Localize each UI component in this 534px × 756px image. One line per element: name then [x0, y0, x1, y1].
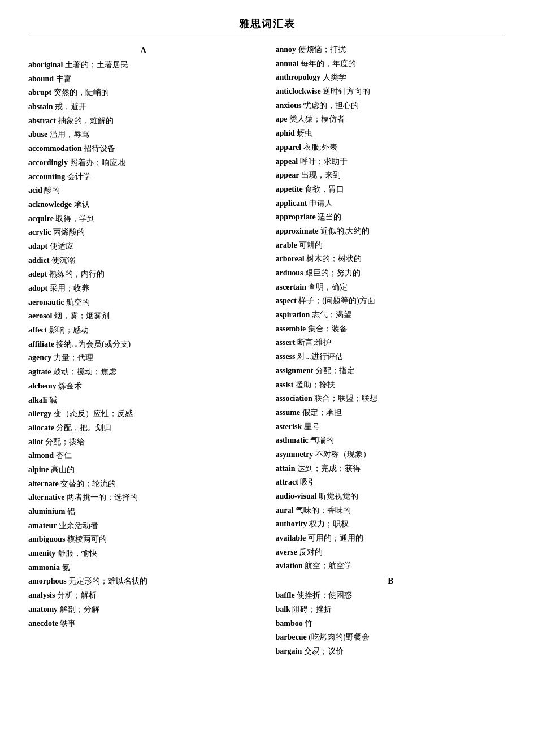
list-item: aerosol 烟，雾；烟雾剂 — [28, 310, 259, 322]
list-item: appropriate 适当的 — [276, 211, 506, 223]
list-item: anatomy 解剖；分解 — [28, 603, 259, 616]
list-item: anxious 忧虑的，担心的 — [276, 100, 506, 112]
list-item: arboreal 树木的；树状的 — [276, 253, 506, 265]
list-item: accordingly 照着办；响应地 — [28, 157, 259, 169]
list-item: aspect 样子；(问题等的)方面 — [276, 295, 506, 307]
list-item: anthropology 人类学 — [276, 71, 506, 84]
list-item: available 可用的；通用的 — [276, 532, 506, 545]
list-item: attract 吸引 — [276, 476, 506, 489]
list-item: anticlockwise 逆时针方向的 — [276, 85, 506, 98]
list-item: abstain 戒，避开 — [28, 101, 259, 113]
list-item: abrupt 突然的，陡峭的 — [28, 87, 259, 99]
list-item: allocate 分配，把。划归 — [28, 422, 259, 434]
list-item: aeronautic 航空的 — [28, 296, 259, 309]
list-item: amorphous 无定形的；难以名状的 — [28, 575, 259, 587]
list-item: almond 杏仁 — [28, 450, 259, 462]
list-item: appetite 食欲，胃口 — [276, 183, 506, 196]
list-item: assert 断言;维护 — [276, 336, 506, 349]
list-item: alternative 两者挑一的；选择的 — [28, 491, 259, 504]
list-item: attain 达到；完成；获得 — [276, 463, 506, 475]
list-item: allergy 变（态反）应性；反感 — [28, 408, 259, 420]
list-item: acknowledge 承认 — [28, 198, 259, 211]
section-b-label: B — [276, 576, 506, 586]
list-item: alternate 交替的；轮流的 — [28, 478, 259, 490]
main-content: A aboriginal 土著的；土著居民abound 丰富abrupt 突然的… — [28, 44, 506, 658]
list-item: ape 类人猿；模仿者 — [276, 113, 506, 126]
list-item: acrylic 丙烯酸的 — [28, 226, 259, 239]
title-divider — [28, 34, 506, 34]
list-item: accounting 会计学 — [28, 171, 259, 183]
list-item: apparel 衣服;外表 — [276, 141, 506, 154]
list-item: assist 援助；搀扶 — [276, 379, 506, 391]
list-item: abstract 抽象的，难解的 — [28, 115, 259, 127]
list-item: anecdote 轶事 — [28, 617, 259, 630]
list-item: baffle 使挫折；使困惑 — [276, 589, 506, 602]
list-item: annoy 使烦恼；打扰 — [276, 44, 506, 56]
list-item: agency 力量；代理 — [28, 352, 259, 364]
list-item: agitate 鼓动；搅动；焦虑 — [28, 366, 259, 378]
list-item: authority 权力；职权 — [276, 518, 506, 530]
list-item: bargain 交易；议价 — [276, 645, 506, 658]
list-item: balk 阻碍；挫折 — [276, 603, 506, 616]
list-item: averse 反对的 — [276, 546, 506, 559]
list-item: addict 使沉溺 — [28, 254, 259, 267]
list-item: aluminium 铝 — [28, 506, 259, 518]
left-column: A aboriginal 土著的；土著居民abound 丰富abrupt 突然的… — [28, 44, 259, 658]
list-item: aural 气味的；香味的 — [276, 504, 506, 517]
list-item: amateur 业余活动者 — [28, 520, 259, 532]
section-a-label: A — [28, 46, 259, 55]
list-item: adopt 采用；收养 — [28, 282, 259, 295]
list-item: appear 出现，来到 — [276, 169, 506, 182]
list-item: bamboo 竹 — [276, 617, 506, 630]
list-item: asthmatic 气喘的 — [276, 434, 506, 447]
list-item: amenity 舒服，愉快 — [28, 547, 259, 560]
list-item: affect 影响；感动 — [28, 324, 259, 336]
list-item: alpine 高山的 — [28, 464, 259, 476]
list-item: aviation 航空；航空学 — [276, 560, 506, 572]
list-item: alchemy 炼金术 — [28, 380, 259, 392]
list-item: accommodation 招待设备 — [28, 142, 259, 155]
list-item: aspiration 志气；渴望 — [276, 309, 506, 321]
list-item: ammonia 氨 — [28, 561, 259, 574]
list-item: acquire 取得，学到 — [28, 213, 259, 225]
list-item: assess 对...进行评估 — [276, 351, 506, 363]
list-item: assemble 集合；装备 — [276, 323, 506, 335]
list-item: alkali 碱 — [28, 394, 259, 407]
list-item: allot 分配；拨给 — [28, 436, 259, 448]
list-item: aphid 蚜虫 — [276, 127, 506, 140]
list-item: applicant 申请人 — [276, 197, 506, 210]
list-item: audio-visual 听觉视觉的 — [276, 490, 506, 503]
list-item: asterisk 星号 — [276, 421, 506, 433]
list-item: adapt 使适应 — [28, 240, 259, 253]
list-item: barbecue (吃烤肉的)野餐会 — [276, 631, 506, 643]
page-title: 雅思词汇表 — [28, 17, 506, 31]
list-item: appeal 呼吁；求助于 — [276, 155, 506, 168]
list-item: adept 熟练的，内行的 — [28, 268, 259, 280]
list-item: annual 每年的，年度的 — [276, 58, 506, 70]
list-item: arable 可耕的 — [276, 239, 506, 252]
list-item: assume 假定；承担 — [276, 407, 506, 419]
list-item: analysis 分析；解析 — [28, 589, 259, 602]
list-item: affiliate 接纳...为会员(或分支) — [28, 338, 259, 351]
list-item: ascertain 查明，确定 — [276, 281, 506, 293]
list-item: asymmetry 不对称（现象） — [276, 448, 506, 461]
list-item: arduous 艰巨的；努力的 — [276, 267, 506, 279]
list-item: assignment 分配；指定 — [276, 365, 506, 377]
list-item: association 联合；联盟；联想 — [276, 392, 506, 405]
list-item: acid 酸的 — [28, 184, 259, 197]
list-item: ambiguous 模棱两可的 — [28, 533, 259, 546]
list-item: aboriginal 土著的；土著居民 — [28, 59, 259, 71]
list-item: approximate 近似的,大约的 — [276, 225, 506, 237]
right-column: annoy 使烦恼；打扰annual 每年的，年度的anthropology 人… — [276, 44, 506, 658]
list-item: abuse 滥用，辱骂 — [28, 128, 259, 141]
list-item: abound 丰富 — [28, 73, 259, 85]
